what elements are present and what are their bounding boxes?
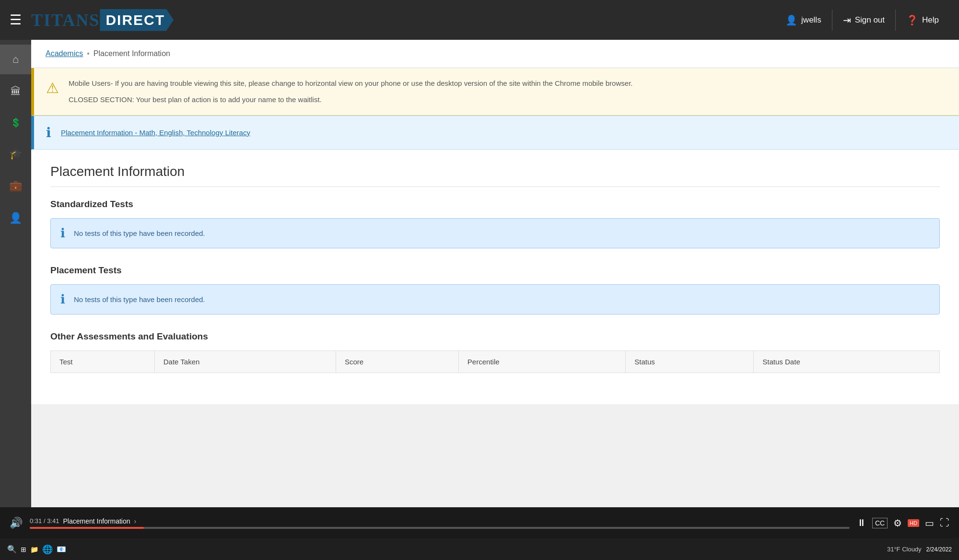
placement-tests-title: Placement Tests: [50, 265, 940, 276]
sidebar-item-home[interactable]: ⌂: [0, 45, 31, 74]
work-icon: 💼: [9, 180, 22, 192]
header-right: 👤 jwells ⇥ Sign out ❓ Help: [775, 10, 949, 31]
page-title: Placement Information: [50, 164, 940, 179]
user-profile-button[interactable]: 👤 jwells: [775, 10, 832, 31]
sidebar: ⌂ 🏛 💲 🎓 💼 👤: [0, 40, 31, 507]
signout-icon: ⇥: [843, 14, 851, 26]
assessments-table: Test Date Taken Score Percentile Status …: [50, 350, 940, 373]
other-assessments-title: Other Assessments and Evaluations: [50, 331, 940, 342]
placement-tests-message: No tests of this type have been recorded…: [74, 295, 205, 303]
warning-icon: ⚠: [46, 80, 59, 96]
taskbar-file-icon[interactable]: 📁: [30, 546, 38, 553]
standardized-tests-title: Standardized Tests: [50, 199, 940, 210]
username-label: jwells: [801, 15, 821, 25]
video-progress-fill: [30, 527, 144, 529]
logo-container: TITANS DIRECT: [31, 9, 174, 31]
pause-button[interactable]: ⏸: [857, 517, 866, 528]
info-banner: ℹ Placement Information - Math, English,…: [31, 116, 959, 150]
taskbar-apps-icon[interactable]: ⊞: [21, 546, 26, 553]
standardized-tests-section: Standardized Tests ℹ No tests of this ty…: [50, 199, 940, 248]
standardized-tests-info-box: ℹ No tests of this type have been record…: [50, 218, 940, 248]
video-progress-container: 0:31 / 3:41 Placement Information ›: [30, 517, 850, 529]
volume-button[interactable]: 🔊: [10, 517, 23, 529]
taskbar-left: 🔍 ⊞ 📁 🌐 📧: [7, 544, 66, 555]
video-title-text: Placement Information: [63, 517, 130, 525]
breadcrumb-academics-link[interactable]: Academics: [46, 49, 83, 58]
signout-button[interactable]: ⇥ Sign out: [832, 10, 895, 31]
sidebar-item-work[interactable]: 💼: [0, 171, 31, 201]
breadcrumb: Academics • Placement Information: [31, 40, 959, 68]
col-date-taken: Date Taken: [154, 351, 336, 373]
col-status: Status: [626, 351, 754, 373]
video-bar: 🔊 0:31 / 3:41 Placement Information › ⏸ …: [0, 507, 959, 538]
col-status-date: Status Date: [754, 351, 940, 373]
taskbar-search-icon[interactable]: 🔍: [7, 545, 17, 554]
hamburger-icon[interactable]: ☰: [10, 12, 22, 28]
col-score: Score: [336, 351, 458, 373]
warning-text: Mobile Users- If you are having trouble …: [69, 78, 632, 105]
taskbar-chrome-icon[interactable]: 🌐: [42, 544, 53, 555]
settings-button[interactable]: ⚙: [893, 517, 902, 529]
academics-icon: 🏛: [11, 85, 21, 98]
video-title-row: 0:31 / 3:41 Placement Information ›: [30, 517, 850, 525]
sidebar-item-academics[interactable]: 🏛: [0, 77, 31, 106]
header-left: ☰ TITANS DIRECT: [10, 9, 174, 31]
title-divider: [50, 187, 940, 187]
closed-section-message: CLOSED SECTION: Your best plan of action…: [69, 94, 632, 105]
taskbar-right: 31°F Cloudy 2/24/2022: [887, 546, 952, 553]
home-icon: ⌂: [12, 53, 19, 66]
standardized-tests-message: No tests of this type have been recorded…: [74, 229, 205, 237]
user-icon: 👤: [785, 14, 797, 26]
col-test: Test: [51, 351, 155, 373]
warning-message: Mobile Users- If you are having trouble …: [69, 79, 632, 87]
info-circle-icon: ℹ: [46, 125, 51, 140]
content-area: Academics • Placement Information ⚠ Mobi…: [31, 40, 959, 507]
logo-direct: DIRECT: [100, 9, 174, 31]
sidebar-item-finances[interactable]: 💲: [0, 109, 31, 137]
breadcrumb-separator: •: [87, 49, 90, 58]
fullscreen-button[interactable]: ⛶: [940, 517, 949, 528]
placement-tests-info-box: ℹ No tests of this type have been record…: [50, 284, 940, 315]
help-icon: ❓: [906, 14, 918, 26]
info-box-icon-placement: ℹ: [60, 292, 65, 307]
taskbar: 🔍 ⊞ 📁 🌐 📧 31°F Cloudy 2/24/2022: [0, 538, 959, 560]
col-percentile: Percentile: [458, 351, 625, 373]
finances-icon: 💲: [11, 117, 21, 128]
video-progress-bar[interactable]: [30, 527, 850, 529]
taskbar-date: 2/24/2022: [926, 546, 952, 553]
other-assessments-section: Other Assessments and Evaluations Test D…: [50, 331, 940, 373]
sidebar-item-profile[interactable]: 👤: [0, 203, 31, 233]
scroll-content[interactable]: ⚠ Mobile Users- If you are having troubl…: [31, 68, 959, 507]
video-controls-right: ⏸ CC ⚙ HD ▭ ⛶: [857, 517, 949, 529]
top-header: ☰ TITANS DIRECT 👤 jwells ⇥ Sign out ❓ He…: [0, 0, 959, 40]
placement-tests-section: Placement Tests ℹ No tests of this type …: [50, 265, 940, 315]
placement-info-link[interactable]: Placement Information - Math, English, T…: [61, 128, 250, 137]
table-header-row: Test Date Taken Score Percentile Status …: [51, 351, 940, 373]
hd-badge: HD: [908, 519, 919, 527]
taskbar-email-icon[interactable]: 📧: [57, 545, 66, 554]
help-button[interactable]: ❓ Help: [895, 10, 949, 31]
content-section: Placement Information Standardized Tests…: [31, 150, 959, 404]
theater-button[interactable]: ▭: [925, 517, 934, 529]
help-label: Help: [922, 15, 939, 25]
video-chevron-icon: ›: [134, 517, 137, 525]
breadcrumb-current: Placement Information: [94, 49, 170, 58]
captions-button[interactable]: CC: [872, 518, 888, 528]
logo-titans: TITANS: [31, 10, 100, 30]
warning-banner: ⚠ Mobile Users- If you are having troubl…: [31, 68, 959, 116]
graduation-icon: 🎓: [9, 148, 22, 160]
main-layout: ⌂ 🏛 💲 🎓 💼 👤 Academics • Placement Inform…: [0, 40, 959, 507]
taskbar-weather: 31°F Cloudy: [887, 546, 922, 553]
sidebar-item-graduation[interactable]: 🎓: [0, 139, 31, 169]
profile-icon: 👤: [9, 212, 22, 224]
info-box-icon-std: ℹ: [60, 226, 65, 241]
video-time: 0:31 / 3:41: [30, 517, 59, 525]
signout-label: Sign out: [855, 15, 885, 25]
